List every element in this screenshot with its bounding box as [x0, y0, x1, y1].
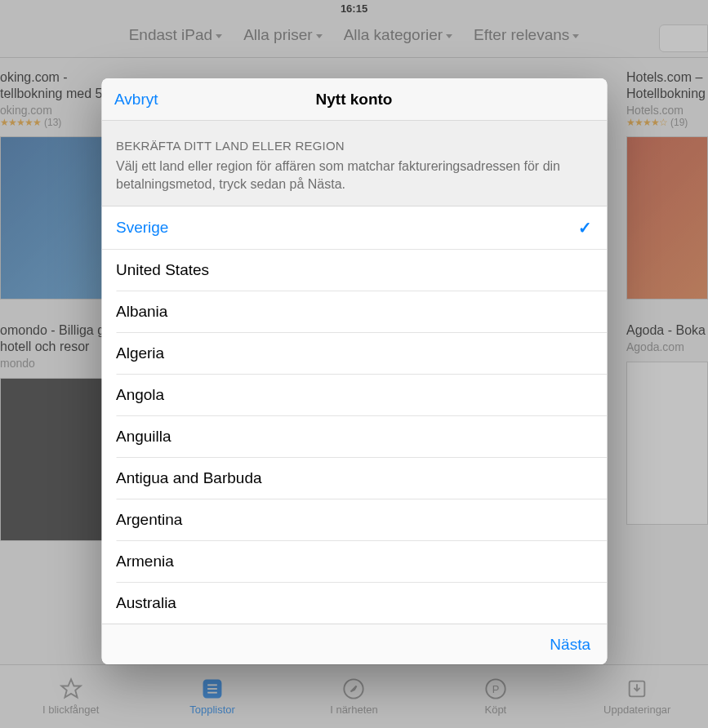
- new-account-modal: Avbryt Nytt konto BEKRÄFTA DITT LAND ELL…: [101, 78, 607, 664]
- country-name: Armenia: [116, 553, 174, 570]
- country-name: Albania: [116, 303, 167, 321]
- country-name: Argentina: [116, 511, 182, 529]
- section-header: BEKRÄFTA DITT LAND ELLER REGION Välj ett…: [101, 121, 607, 206]
- country-name: Algeria: [116, 344, 164, 362]
- next-button[interactable]: Nästa: [550, 636, 590, 654]
- country-row[interactable]: Armenia: [116, 541, 607, 583]
- country-row[interactable]: Sverige✓: [101, 206, 607, 250]
- modal-header: Avbryt Nytt konto: [101, 78, 607, 121]
- modal-title: Nytt konto: [316, 91, 393, 109]
- country-name: Sverige: [116, 219, 168, 237]
- section-description: Välj ett land eller region för affären s…: [116, 158, 592, 193]
- country-row[interactable]: Angola: [116, 375, 607, 416]
- modal-footer: Nästa: [101, 624, 607, 664]
- country-row[interactable]: United States: [116, 250, 607, 291]
- country-name: Angola: [116, 386, 164, 404]
- country-row[interactable]: Albania: [116, 291, 607, 333]
- country-list[interactable]: Sverige✓United StatesAlbaniaAlgeriaAngol…: [101, 206, 607, 624]
- country-row[interactable]: Anguilla: [116, 416, 607, 458]
- country-row[interactable]: Argentina: [116, 499, 607, 541]
- section-kicker: BEKRÄFTA DITT LAND ELLER REGION: [116, 139, 592, 153]
- country-name: United States: [116, 261, 209, 279]
- country-name: Antigua and Barbuda: [116, 469, 262, 487]
- country-name: Australia: [116, 594, 176, 612]
- cancel-button[interactable]: Avbryt: [114, 91, 158, 109]
- country-name: Anguilla: [116, 428, 171, 446]
- checkmark-icon: ✓: [578, 218, 592, 237]
- country-row[interactable]: Australia: [116, 583, 607, 624]
- country-row[interactable]: Antigua and Barbuda: [116, 458, 607, 499]
- country-row[interactable]: Algeria: [116, 333, 607, 375]
